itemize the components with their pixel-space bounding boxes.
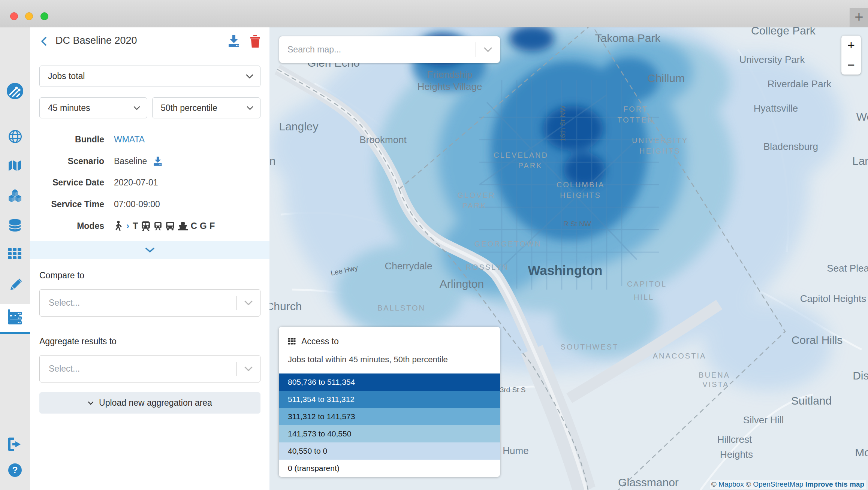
map-label: Cherrydale xyxy=(385,260,432,272)
service-time-label: Service Time xyxy=(30,199,104,209)
chevron-right-icon: › xyxy=(126,221,129,231)
copyright-symbol: © xyxy=(746,480,751,488)
map-label: ROSSLYN xyxy=(465,263,509,271)
service-time-value: 07:00-09:00 xyxy=(114,199,160,209)
datasets-database-icon[interactable] xyxy=(0,219,30,232)
service-date-row: Service Date 2020-07-01 xyxy=(30,175,269,190)
map-label: Heights Village xyxy=(418,81,482,92)
map-label: GLOVER xyxy=(457,191,495,199)
modifications-cubes-icon[interactable] xyxy=(0,189,30,203)
map-label: UNIVERSITY xyxy=(632,136,688,145)
page-title: DC Baseline 2020 xyxy=(55,35,137,46)
osm-link[interactable]: OpenStreetMap xyxy=(753,480,803,488)
window-title-bar: + xyxy=(0,0,868,27)
svg-text:?: ? xyxy=(12,465,18,475)
map-label: Suitland xyxy=(791,394,832,407)
back-button[interactable] xyxy=(39,36,50,47)
map-label: HILL xyxy=(634,293,654,301)
map-label: PARK xyxy=(462,202,487,210)
map-label: Coral Hills xyxy=(792,334,843,346)
map-label: Chillum xyxy=(647,72,685,84)
percentile-select[interactable]: 50th percentile xyxy=(152,97,260,118)
map-label: Washington xyxy=(528,263,603,278)
mapbox-link[interactable]: Mapbox xyxy=(718,480,744,488)
edit-pencil-icon[interactable] xyxy=(0,278,30,293)
conveyal-logo[interactable] xyxy=(0,82,30,100)
map-label: University Park xyxy=(739,54,805,65)
compare-placeholder: Select... xyxy=(40,298,236,308)
upload-button-label: Upload new aggregation area xyxy=(99,398,212,408)
map-label: Bladensburg xyxy=(763,141,818,152)
map-label: Glassmanor xyxy=(618,476,679,489)
chevron-down-icon xyxy=(237,366,260,371)
scenario-download-icon[interactable] xyxy=(153,157,163,166)
scenario-label: Scenario xyxy=(30,156,104,166)
map-label: VISTA xyxy=(702,380,729,388)
scenario-value: Baseline xyxy=(114,156,147,166)
cutoff-value: 45 minutes xyxy=(40,103,133,113)
zoom-out-button[interactable]: − xyxy=(841,55,861,75)
chevron-down-icon xyxy=(247,106,253,110)
chevron-down-icon xyxy=(476,47,500,52)
bundle-label: Bundle xyxy=(30,134,104,145)
regional-analyses-icon[interactable] xyxy=(0,311,30,325)
download-icon[interactable] xyxy=(227,35,240,47)
bundle-row: Bundle WMATA xyxy=(30,132,269,147)
new-tab-button[interactable]: + xyxy=(850,8,868,27)
legend-title: Access to xyxy=(301,336,339,347)
map-label: 3rd St S xyxy=(500,386,526,394)
analysis-panel: DC Baseline 2020 Jobs total 45 minutes 5… xyxy=(30,27,269,490)
map-label: Church xyxy=(269,300,302,312)
map-label: Friendship xyxy=(427,69,472,80)
improve-map-link[interactable]: Improve this map xyxy=(805,480,864,488)
search-input[interactable] xyxy=(279,44,476,55)
percentile-value: 50th percentile xyxy=(153,103,247,113)
bundles-map-icon[interactable] xyxy=(0,160,30,172)
close-window-button[interactable] xyxy=(10,12,18,20)
legend-row: 511,354 to 311,312 xyxy=(279,391,500,408)
zoom-in-button[interactable]: + xyxy=(841,36,861,55)
regions-globe-icon[interactable] xyxy=(0,130,30,143)
panel-header: DC Baseline 2020 xyxy=(30,27,269,55)
cutoff-select[interactable]: 45 minutes xyxy=(39,97,147,118)
map-label: FORT xyxy=(623,105,648,113)
map-label: Wo xyxy=(856,111,868,123)
map-canvas[interactable]: Glen EchoTakoma ParkCollege ParkUniversi… xyxy=(269,27,868,490)
logout-icon[interactable] xyxy=(0,438,30,451)
map-label: Riverdale Park xyxy=(768,78,832,90)
map-label: Brookmont xyxy=(359,134,407,145)
map-label: 16th St NW xyxy=(559,105,567,142)
legend-header: Access to Jobs total within 45 minutes, … xyxy=(279,327,500,373)
legend-subtitle: Jobs total within 45 minutes, 50th perce… xyxy=(288,355,491,365)
map-label: Hillcrest xyxy=(717,434,752,445)
expand-details-button[interactable] xyxy=(30,241,269,259)
service-date-value: 2020-07-01 xyxy=(114,178,158,188)
destination-layer-select[interactable]: Jobs total xyxy=(39,66,260,87)
copyright-symbol: © xyxy=(711,480,717,488)
map-search-box[interactable] xyxy=(279,36,500,63)
opportunities-grid-icon[interactable] xyxy=(0,248,30,260)
map-label: GEORGETOWN xyxy=(474,240,542,248)
map-label: BALLSTON xyxy=(377,304,425,312)
minimize-window-button[interactable] xyxy=(25,12,33,20)
aggregate-select[interactable]: Select... xyxy=(39,355,260,382)
map-label: BUENA xyxy=(699,371,730,379)
map-label: HEIGHTS xyxy=(560,191,601,199)
aggregate-placeholder: Select... xyxy=(40,364,236,374)
legend-row: 805,736 to 511,354 xyxy=(279,373,500,391)
map-label: Takoma Park xyxy=(595,32,661,44)
destination-layer-value: Jobs total xyxy=(40,71,246,81)
help-icon[interactable]: ? xyxy=(0,463,30,477)
service-time-row: Service Time 07:00-09:00 xyxy=(30,197,269,212)
zoom-window-button[interactable] xyxy=(40,12,48,20)
service-date-label: Service Date xyxy=(30,178,104,188)
map-zoom-control: + − xyxy=(841,36,861,75)
legend-row: 0 (transparent) xyxy=(279,460,500,477)
map-label: Langley xyxy=(279,120,318,133)
map-label: Dist xyxy=(853,369,868,382)
compare-select[interactable]: Select... xyxy=(39,289,260,317)
delete-trash-icon[interactable] xyxy=(250,35,261,48)
map-label: COLUMBIA xyxy=(557,181,605,189)
bundle-link[interactable]: WMATA xyxy=(114,134,145,145)
upload-aggregation-area-button[interactable]: Upload new aggregation area xyxy=(39,392,260,414)
